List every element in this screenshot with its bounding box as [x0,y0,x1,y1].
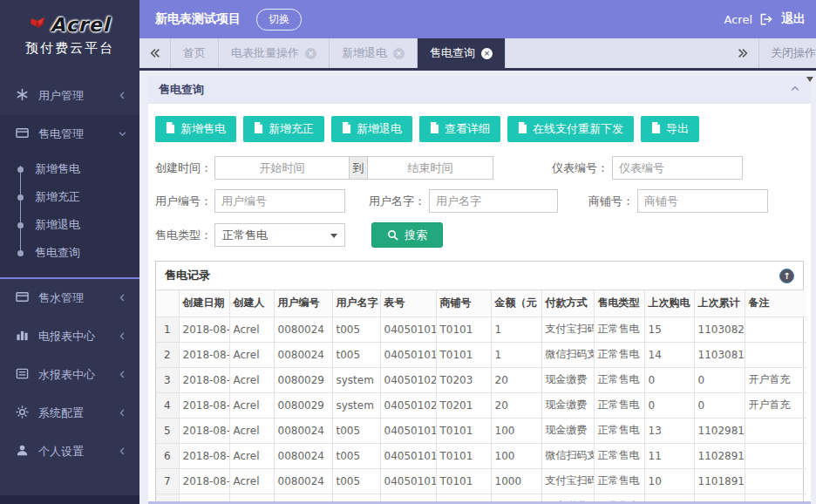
username: Acrel [724,13,752,26]
search-icon [387,229,398,241]
table-row[interactable]: 42018-08-Acrel0080029system04050102T0201… [156,392,806,418]
tabs-scroll-left-icon[interactable] [139,38,171,68]
user-no-input[interactable] [214,189,345,213]
tab-home[interactable]: 首页 [171,38,219,68]
create-time-label: 创建时间： [155,160,211,176]
table-cell: T0203 [436,367,491,392]
table-cell: 1102981. [694,418,745,443]
sidebar-subitem-add-correction[interactable]: 新增充正 [0,183,139,211]
sidebar-item-water-sale-mgmt[interactable]: 售水管理 [0,279,139,317]
meter-no-label: 仪表编号： [547,160,609,176]
column-header: 付款方式 [541,290,594,317]
table-cell: 04050101 [380,342,436,367]
meter-no-input[interactable] [612,156,743,180]
chevron-down-icon [330,234,337,242]
table-cell: t005 [332,443,380,468]
switch-project-button[interactable]: 切换 [256,9,302,31]
sidebar-item-system-config[interactable]: 系统配置 [0,394,139,432]
table-row[interactable]: 52018-08-Acrel0080024t00504050101T010110… [156,418,806,443]
table-cell [745,468,806,494]
table-row[interactable]: 62018-08-Acrel0080024t00504050101T010110… [156,443,806,468]
table-cell [745,418,806,443]
sidebar-item-personal-settings[interactable]: 个人设置 [0,432,139,471]
sidebar-item-label: 用户管理 [38,88,108,104]
panel-collapse-icon[interactable] [790,84,800,97]
close-icon[interactable]: × [481,48,493,59]
table-cell: 微信扫码支付 [541,342,594,367]
grid-title-bar: 售电记录 ↑ [156,262,803,290]
close-icon[interactable]: × [305,48,316,59]
panel-header: 售电查询 [148,76,811,104]
add-sale-button[interactable]: 新增售电 [155,116,236,142]
sidebar-subitem-add-refund[interactable]: 新增退电 [0,211,139,239]
tab-add-refund[interactable]: 新增退电× [330,38,418,68]
export-button[interactable]: 导出 [641,116,699,142]
logout-icon[interactable] [760,13,773,25]
add-refund-button[interactable]: 新增退电 [331,116,412,142]
sidebar-subitem-add-sale[interactable]: 新增售电 [0,155,139,183]
table-cell: 1 [491,342,541,367]
row-number: 6 [156,443,179,468]
sidebar-item-user-mgmt[interactable]: 用户管理 [0,77,139,115]
table-cell: 20 [491,367,541,392]
content-scrollbar-arrow[interactable] [806,77,813,85]
table-cell: system [332,392,380,418]
table-row[interactable]: 72018-08-Acrel0080024t00504050101T010110… [156,468,806,494]
table-cell: Acrel [229,443,274,468]
online-pay-reissue-button[interactable]: 在线支付重新下发 [507,116,634,142]
view-detail-button[interactable]: 查看详细 [419,116,500,142]
sidebar-footer-bar[interactable] [0,495,139,504]
table-row[interactable]: 22018-08-Acrel0080024t00504050101T01011微… [156,342,806,367]
sidebar-subitem-sale-query[interactable]: 售电查询 [0,239,139,267]
table-cell: 2018-08- [179,342,229,367]
table-cell: 10 [644,468,694,494]
grid-title: 售电记录 [165,268,210,283]
search-button[interactable]: 搜索 [371,222,443,248]
sidebar-item-power-sale-mgmt[interactable]: 售电管理 [0,115,139,153]
file-icon [430,122,439,136]
table-cell: 11 [644,443,694,468]
table-cell: 0080024 [274,443,332,468]
table-cell: 1101891. [694,468,745,494]
file-icon [518,122,527,136]
tab-meter-batch-ops[interactable]: 电表批量操作× [219,38,330,68]
chevron-left-icon [118,330,127,344]
shop-no-input[interactable] [637,189,768,213]
search-button-label: 搜索 [405,228,427,243]
table-cell: 现金缴费 [541,367,594,392]
table-cell: T0101 [436,468,491,494]
table-cell: 04050101 [380,443,436,468]
sidebar-item-label: 水报表中心 [38,367,108,383]
close-icon[interactable]: × [393,48,405,59]
sale-type-value: 正常售电 [222,228,268,243]
scroll-top-icon[interactable]: ↑ [779,269,794,283]
table-row[interactable]: 32018-08-Acrel0080029system04050102T0203… [156,367,806,392]
file-icon [342,122,351,136]
close-operations-menu[interactable]: 关闭操作 [758,38,816,68]
tabbar-right: 关闭操作 [727,38,816,68]
sidebar-item-label: 售电管理 [38,126,108,142]
sidebar-item-power-report-center[interactable]: 电报表中心 [0,317,139,356]
table-cell: 0 [644,392,694,418]
table-cell: 100 [491,418,541,443]
column-header: 表号 [380,290,436,317]
table-cell: 正常售电 [594,342,644,367]
toolbar-button-label: 新增充正 [269,121,314,137]
end-time-input[interactable] [367,156,493,180]
tabs-scroll-right-icon[interactable] [727,38,758,68]
user-name-input[interactable] [429,189,558,213]
table-cell: 04050102 [380,367,436,392]
table-row[interactable]: 12018-08-Acrel0080024t00504050101T01011支… [156,317,806,342]
table-cell: 开户首充 [745,367,806,392]
sidebar-item-label: 个人设置 [38,444,108,460]
add-correction-button[interactable]: 新增充正 [243,116,324,142]
tab-label: 电表批量操作 [231,45,299,61]
start-time-input[interactable] [214,156,350,180]
tab-sale-query[interactable]: 售电查询× [418,38,506,68]
chevron-left-icon [118,369,127,382]
sidebar-item-water-report-center[interactable]: 水报表中心 [0,356,139,394]
logout-button[interactable]: 退出 [781,11,806,27]
sale-type-select[interactable]: 正常售电 [214,223,345,247]
table-cell: 正常售电 [594,443,644,468]
file-icon [166,122,175,136]
